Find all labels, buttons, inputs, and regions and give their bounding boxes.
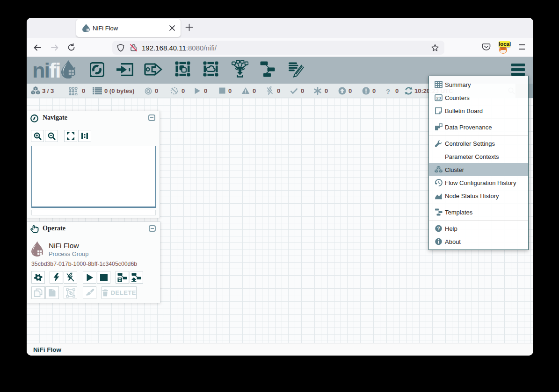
svg-text:23: 23 xyxy=(436,96,441,100)
svg-text:?: ? xyxy=(437,226,440,231)
